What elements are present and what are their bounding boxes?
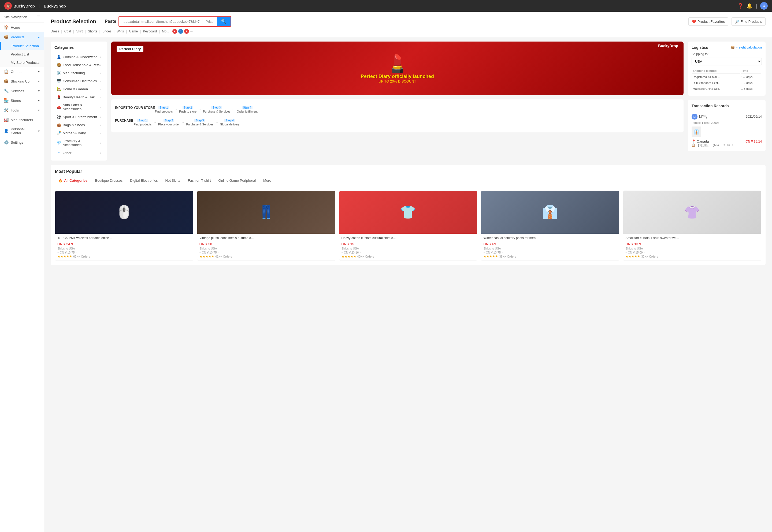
bell-icon[interactable]: 🔔: [747, 3, 752, 9]
buckydrop-label: BuckyDrop: [658, 44, 678, 48]
sidebar-item-product-list[interactable]: Product List: [0, 50, 44, 58]
product-ship-4: Ships to USA: [483, 247, 617, 250]
product-cost-2: ≈ CN ¥ 13.75 ›: [199, 251, 333, 254]
product-price-3: CN ¥ 15: [342, 242, 475, 246]
country-select[interactable]: USA: [692, 58, 762, 65]
price-button[interactable]: Price: [202, 18, 217, 25]
cat-electronics[interactable]: 🖥️ Consumer Electronics ›: [54, 77, 103, 85]
category-tabs: 🔥 All Categories Boutique Dresses Digita…: [55, 177, 761, 186]
cat-other[interactable]: 🔹 Other ›: [54, 149, 103, 157]
search-input[interactable]: [119, 18, 202, 25]
sidebar-item-manufacturers[interactable]: 🏭 Manufacturers: [0, 115, 44, 125]
banner-brand-label: Perfect Diary: [117, 46, 143, 52]
tab-online-game[interactable]: Online Game Peripheral: [215, 177, 259, 184]
tag-skirt[interactable]: Skirt: [76, 29, 83, 33]
cat-food[interactable]: 🥘 Food,Household & Pets ›: [54, 61, 103, 69]
tab-boutique-dresses[interactable]: Boutique Dresses: [92, 177, 126, 184]
cat-bags[interactable]: 👜 Bags & Shoes ›: [54, 121, 103, 129]
tag-game[interactable]: Game: [129, 29, 138, 33]
cat-manufacturing[interactable]: ⚙️ Manufacturing ›: [54, 69, 103, 77]
bags-icon: 👜: [57, 123, 61, 127]
sidebar-home-label: Home: [11, 25, 20, 29]
import-step-3: Step 3 Purchase & Services: [203, 106, 230, 113]
settings-icon: ⚙️: [4, 140, 9, 145]
search-button[interactable]: 🔍: [217, 17, 231, 26]
tab-all-categories[interactable]: 🔥 All Categories: [55, 177, 91, 184]
tab-hot-skirts[interactable]: Hot Skirts: [162, 177, 184, 184]
most-popular-section: Most Popular 🔥 All Categories Boutique D…: [51, 165, 766, 265]
nav-right: ❓ 🔔 | U: [737, 2, 768, 10]
stores-icon: 🏪: [4, 98, 9, 103]
sidebar-item-home[interactable]: 🏠 Home: [0, 23, 44, 32]
tag-wigs[interactable]: Wigs: [117, 29, 124, 33]
sidebar-item-stocking[interactable]: 📦 Stocking Up ▼: [0, 76, 44, 86]
import-flow: Step 1 Find products → Step 2 Push to st…: [155, 106, 258, 113]
sidebar-item-products[interactable]: 📦 Products ▲: [0, 32, 44, 42]
freight-link[interactable]: 📦 Freight calculation: [731, 46, 762, 49]
mother-icon: 🍼: [57, 131, 61, 135]
product-stars-row-4: ★★★★★ 38K+ Orders: [483, 255, 617, 258]
sidebar-item-stores[interactable]: 🏪 Stores ▼: [0, 96, 44, 105]
home-garden-icon: 🏡: [57, 87, 61, 91]
cat-auto[interactable]: 🚗 Auto Parts & Accessories ›: [54, 101, 103, 113]
product-card-3[interactable]: 👕 Heavy cotton custom cultural shirt lo.…: [339, 191, 477, 261]
cat-beauty-arrow: ›: [100, 95, 101, 99]
product-favorites-button[interactable]: ❤️ Product Favorites: [688, 17, 728, 26]
electronics-icon: 🖥️: [57, 79, 61, 83]
product-card-1[interactable]: 🖱️ INFICK PM1 wireless portable office .…: [55, 191, 193, 261]
product-card-2[interactable]: 👖 Vintage plush jeans men's autumn a... …: [197, 191, 335, 261]
tab-digital-electronics[interactable]: Digital Electronics: [127, 177, 161, 184]
sidebar-item-product-selection[interactable]: Product Selection: [0, 42, 44, 50]
purchase-label: PURCHASE: [115, 119, 134, 122]
cat-sport[interactable]: ⚽ Sport & Entertainment ›: [54, 113, 103, 121]
cat-home[interactable]: 🏡 Home & Garden ›: [54, 85, 103, 93]
tag-mo[interactable]: Mo...: [162, 29, 169, 33]
pur-step2-num: Step 2: [164, 119, 174, 122]
tag-shoes[interactable]: Shoes: [102, 29, 112, 33]
product-cost-1: ≈ CN ¥ 13.75 ›: [57, 251, 191, 254]
cat-beauty[interactable]: 💄 Beauty,Health & Hair ›: [54, 93, 103, 101]
product-card-4[interactable]: 👔 Winter casual sanitary pants for men..…: [481, 191, 619, 261]
sidebar-item-services[interactable]: 🔧 Services ▼: [0, 86, 44, 96]
sep2: |: [73, 29, 74, 34]
sidebar-item-my-store-products[interactable]: My Store Products: [0, 58, 44, 67]
pur-step1-num: Step 1: [137, 119, 148, 122]
tag-dress[interactable]: Dress: [51, 29, 59, 33]
chevron-down-icon5: ▼: [38, 109, 40, 112]
tab-more[interactable]: More: [260, 177, 274, 184]
method-2: DHL Standard Expr...: [692, 80, 740, 85]
header-actions: ❤️ Product Favorites 🔎 Find Products: [688, 17, 766, 26]
sidebar-item-settings[interactable]: ⚙️ Settings: [0, 137, 44, 147]
cat-jewellery[interactable]: 💎 Jewellery & Accessories ›: [54, 137, 103, 149]
sidebar-item-tools[interactable]: 🛠️ Tools ▼: [0, 105, 44, 115]
help-icon[interactable]: ❓: [737, 3, 743, 9]
tag-keyboard[interactable]: Keyboard: [143, 29, 157, 33]
product-card-5[interactable]: 👚 Small fart curtain T-shirt sweater wit…: [623, 191, 761, 261]
food-icon: 🥘: [57, 63, 61, 67]
badge-a: A: [172, 29, 177, 34]
badge-p: P: [184, 29, 189, 34]
trans-avatar: M: [692, 114, 697, 120]
brand-logo[interactable]: 🦉 BuckyDrop: [4, 2, 35, 10]
cat-mother-label: Mother & Baby: [63, 131, 86, 135]
step1-text: Find products: [155, 110, 173, 113]
cat-mother-arrow: ›: [100, 131, 101, 135]
sidebar-item-orders[interactable]: 📋 Orders ▼: [0, 67, 44, 76]
chevron-down-icon2: ▼: [38, 80, 40, 83]
import-label: IMPORT TO YOUR STORE: [115, 106, 155, 110]
find-products-button[interactable]: 🔎 Find Products: [732, 17, 766, 26]
sidebar-item-personal[interactable]: 👤 Personal Center ▼: [0, 125, 44, 137]
cat-mother[interactable]: 🍼 Mother & Baby ›: [54, 129, 103, 137]
logistics-header: Logistics 📦 Freight calculation: [692, 45, 762, 50]
tag-coat[interactable]: Coat: [64, 29, 71, 33]
tab-fashion-tshirt[interactable]: Fashion T-shirt: [185, 177, 214, 184]
logo-icon: 🦉: [4, 2, 12, 10]
more-badges-button[interactable]: ···: [190, 29, 193, 34]
avatar[interactable]: U: [760, 2, 768, 10]
cat-clothing[interactable]: 👗 Clothing & Underwear ›: [54, 53, 103, 61]
tag-shorts[interactable]: Shorts: [88, 29, 97, 33]
middle-panel: Perfect Diary BuckyDrop 💄 Perfect Diary …: [111, 42, 684, 161]
sep1: |: [61, 29, 62, 34]
clock-icon: ⏱: [722, 143, 725, 147]
pur-step-2: Step 2 Place your order: [158, 119, 180, 126]
